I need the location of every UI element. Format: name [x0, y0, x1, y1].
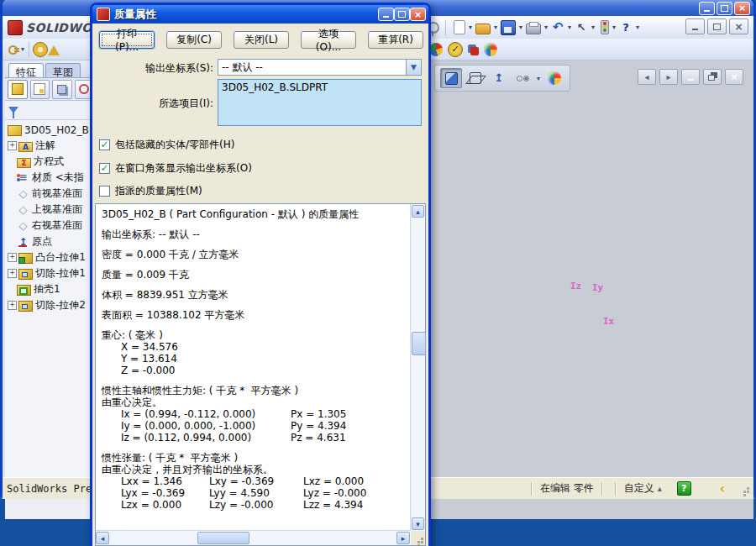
dropdown-caret-icon[interactable]: ▾: [568, 24, 571, 31]
status-help-icon[interactable]: ?: [677, 481, 691, 496]
custom-menu-caret-icon[interactable]: ▴: [658, 485, 662, 493]
print-button[interactable]: 打印(P)...: [99, 31, 155, 49]
scroll-up-icon[interactable]: ▴: [412, 205, 424, 218]
dropdown-caret-icon[interactable]: ▾: [519, 24, 522, 31]
expander-icon[interactable]: +: [8, 301, 17, 310]
tree-item-6[interactable]: 右视基准面: [5, 218, 94, 234]
tree-item-7[interactable]: 原点: [5, 234, 94, 249]
globe-icon[interactable]: [484, 43, 497, 56]
manager-tab-featuremanager[interactable]: [8, 80, 28, 99]
wireframe-cube-button[interactable]: [465, 69, 486, 87]
tab-features[interactable]: 特征: [8, 63, 44, 77]
wireframe-cube-icon[interactable]: [470, 72, 481, 84]
new-document-icon[interactable]: [454, 20, 465, 34]
tree-item-2[interactable]: 方程式: [5, 154, 94, 170]
tree-item-0[interactable]: 3D05_H02_B: [5, 122, 94, 138]
tree-item-10[interactable]: 抽壳1: [5, 281, 94, 297]
results-vertical-scrollbar[interactable]: ▴ ▾: [410, 204, 425, 531]
selected-items-listbox[interactable]: 3D05_H02_B.SLDPRT: [218, 79, 422, 126]
dialog-minimize-button[interactable]: [378, 8, 394, 21]
resize-grip[interactable]: [740, 484, 750, 494]
tab-sketch[interactable]: 草图: [45, 63, 81, 77]
dropdown-caret-icon[interactable]: ▾: [537, 75, 540, 82]
options-button[interactable]: 选项(O)...: [301, 31, 356, 49]
app-close-button[interactable]: ×: [734, 2, 750, 15]
scroll-right-icon[interactable]: ▸: [396, 532, 410, 544]
open-icon[interactable]: [475, 24, 491, 34]
results-horizontal-scrollbar[interactable]: ◂ ▸: [96, 530, 411, 545]
dropdown-caret-icon[interactable]: ▾: [494, 24, 497, 31]
tree-item-9[interactable]: +切除-拉伸1: [5, 265, 94, 281]
dropdown-caret-icon[interactable]: ▾: [544, 24, 548, 31]
glasses-icon[interactable]: [516, 71, 529, 85]
copy-button[interactable]: 复制(C): [166, 31, 222, 49]
help-icon[interactable]: [619, 21, 633, 34]
save-icon[interactable]: [501, 20, 516, 35]
shaded-cube-button[interactable]: [440, 68, 462, 88]
scrollbar-corner-grip[interactable]: [411, 531, 425, 545]
collapse-chevron-icon[interactable]: ‹: [720, 481, 725, 496]
dialog-titlebar[interactable]: 质量属性 ×: [92, 5, 428, 24]
tile-right-button[interactable]: ▸: [659, 69, 678, 85]
expander-icon[interactable]: +: [8, 141, 17, 150]
keys-icon[interactable]: [7, 43, 20, 56]
tree-item-3[interactable]: 材质 <未指: [5, 170, 94, 186]
vp-close-button[interactable]: ×: [725, 69, 743, 85]
recalculate-button[interactable]: 重算(R): [368, 31, 423, 49]
reload-traffic-icon[interactable]: [601, 20, 609, 34]
measure-tape-icon[interactable]: [33, 42, 48, 57]
doc-minimize-button[interactable]: [685, 18, 705, 34]
dropdown-caret-icon[interactable]: ▾: [636, 24, 639, 31]
status-custom-menu[interactable]: 自定义: [624, 481, 654, 496]
select-pointer-icon[interactable]: [575, 21, 588, 34]
dropdown-caret-icon[interactable]: ▾: [612, 24, 616, 31]
app-minimize-button[interactable]: [699, 2, 715, 15]
tile-left-button[interactable]: ◂: [638, 69, 656, 85]
checkbox-unchecked[interactable]: [99, 186, 110, 197]
tree-item-11[interactable]: +切除-拉伸2: [5, 297, 94, 313]
checkbox-row-0[interactable]: ✓包括隐藏的实体/零部件(H): [99, 138, 234, 152]
dropdown-caret-icon[interactable]: ▾: [21, 45, 24, 53]
tree-item-5[interactable]: 上视基准面: [5, 202, 94, 218]
dialog-maximize-button[interactable]: [394, 8, 410, 21]
output-coord-combobox[interactable]: -- 默认 -- ▼: [218, 59, 422, 76]
tree-item-1[interactable]: +注解: [5, 138, 94, 154]
expander-icon[interactable]: +: [8, 253, 17, 262]
render-sphere-icon[interactable]: [548, 71, 561, 85]
checkbox-checked[interactable]: ✓: [99, 163, 110, 174]
checkbox-row-2[interactable]: 指派的质量属性(M): [99, 184, 202, 198]
undo-icon[interactable]: [551, 21, 564, 34]
dialog-close-button[interactable]: ×: [410, 8, 426, 21]
doc-close-button[interactable]: ×: [729, 18, 748, 34]
app-maximize-button[interactable]: [717, 2, 732, 15]
manager-tab-configuration-manager[interactable]: [52, 80, 72, 99]
red-squares-icon[interactable]: [470, 47, 479, 55]
filter-funnel-icon[interactable]: [8, 107, 18, 113]
doc-restore-button[interactable]: [707, 18, 727, 34]
balance-scale-icon[interactable]: [48, 45, 60, 55]
scroll-down-icon[interactable]: ▾: [412, 517, 424, 530]
chevron-down-icon[interactable]: ▼: [406, 60, 421, 75]
manager-tab-property-manager[interactable]: [30, 80, 50, 99]
dropdown-caret-icon[interactable]: ▾: [591, 24, 595, 31]
glasses-button[interactable]: [512, 69, 533, 87]
scroll-left-icon[interactable]: ◂: [96, 532, 109, 544]
vp-restore-button[interactable]: [703, 69, 722, 85]
scrollbar-thumb[interactable]: [197, 532, 249, 544]
close-button[interactable]: 关闭(L): [234, 31, 289, 49]
print-icon[interactable]: [526, 24, 541, 34]
checkbox-row-1[interactable]: ✓在窗口角落显示输出坐标系(O): [99, 161, 252, 176]
tree-item-4[interactable]: 前视基准面: [5, 186, 94, 202]
accept-check-icon[interactable]: [448, 42, 463, 57]
dropdown-caret-icon[interactable]: ▾: [469, 24, 472, 31]
expander-icon[interactable]: +: [8, 269, 17, 278]
checkbox-checked[interactable]: ✓: [99, 139, 110, 150]
render-sphere-button[interactable]: [544, 69, 564, 87]
spiky-icon[interactable]: [429, 43, 443, 56]
tree-item-8[interactable]: +凸台-拉伸1: [5, 249, 94, 265]
scrollbar-thumb[interactable]: [412, 332, 426, 355]
vp-minimize-button[interactable]: [681, 69, 700, 85]
normal-to-icon[interactable]: [492, 71, 506, 85]
normal-to-button[interactable]: [489, 69, 509, 87]
shaded-cube-icon[interactable]: [445, 72, 458, 85]
